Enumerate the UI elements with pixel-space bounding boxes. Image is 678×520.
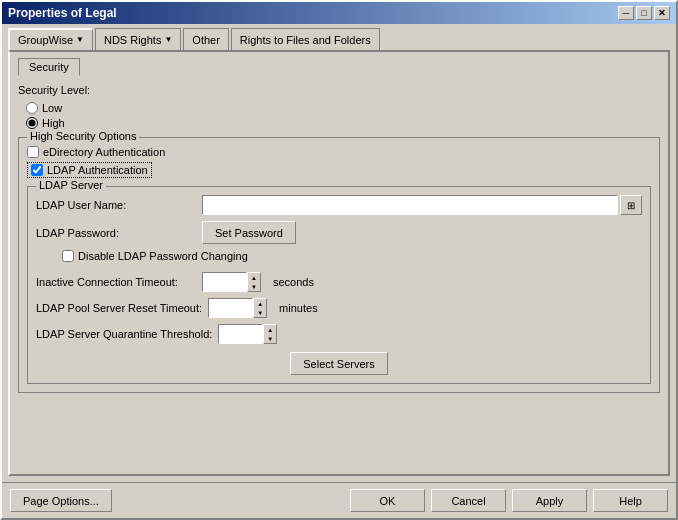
pool-server-unit: minutes [279, 302, 318, 314]
ldap-user-name-row: LDAP User Name: ⊞ [36, 195, 642, 215]
high-security-group: High Security Options eDirectory Authent… [18, 137, 660, 393]
title-bar: Properties of Legal ─ □ ✕ [2, 2, 676, 24]
quarantine-arrows: ▲ ▼ [263, 324, 277, 344]
tab-groupwise-label: GroupWise [18, 34, 73, 46]
quarantine-up[interactable]: ▲ [264, 325, 276, 334]
inactive-timeout-down[interactable]: ▼ [248, 282, 260, 291]
window-content: GroupWise ▼ NDS Rights ▼ Other Rights to… [2, 24, 676, 482]
tab-nds-rights-label: NDS Rights [104, 34, 161, 46]
ldap-server-group: LDAP Server LDAP User Name: ⊞ LDAP Passw… [27, 186, 651, 384]
pool-server-row: LDAP Pool Server Reset Timeout: 5 ▲ ▼ mi… [36, 298, 642, 318]
select-servers-button[interactable]: Select Servers [290, 352, 388, 375]
window-title: Properties of Legal [8, 6, 117, 20]
sub-tab-security-label: Security [29, 61, 69, 73]
inactive-timeout-input[interactable]: 30 [202, 272, 247, 292]
tab-bar: GroupWise ▼ NDS Rights ▼ Other Rights to… [8, 28, 670, 50]
edirectory-auth-label: eDirectory Authentication [43, 146, 165, 158]
maximize-button[interactable]: □ [636, 6, 652, 20]
ldap-auth-label: LDAP Authentication [47, 164, 148, 176]
ok-button[interactable]: OK [350, 489, 425, 512]
tab-other-label: Other [192, 34, 220, 46]
main-window: Properties of Legal ─ □ ✕ GroupWise ▼ ND… [0, 0, 678, 520]
radio-low-item: Low [26, 102, 660, 114]
sub-tab-area: Security [18, 58, 660, 76]
ldap-user-name-browse-button[interactable]: ⊞ [620, 195, 642, 215]
disable-ldap-label: Disable LDAP Password Changing [78, 250, 248, 262]
inactive-timeout-up[interactable]: ▲ [248, 273, 260, 282]
inactive-timeout-arrows: ▲ ▼ [247, 272, 261, 292]
quarantine-down[interactable]: ▼ [264, 334, 276, 343]
edirectory-auth-item: eDirectory Authentication [27, 146, 651, 158]
ldap-password-row: LDAP Password: Set Password [36, 221, 642, 244]
radio-low-label: Low [42, 102, 62, 114]
tab-rights-files[interactable]: Rights to Files and Folders [231, 28, 380, 50]
apply-button[interactable]: Apply [512, 489, 587, 512]
tab-groupwise-arrow: ▼ [76, 35, 84, 44]
ldap-password-label: LDAP Password: [36, 227, 196, 239]
tab-panel: Security Security Level: Low High High S… [8, 50, 670, 476]
bottom-buttons: OK Cancel Apply Help [350, 489, 668, 512]
disable-ldap-checkbox[interactable] [62, 250, 74, 262]
help-button[interactable]: Help [593, 489, 668, 512]
radio-high[interactable] [26, 117, 38, 129]
minimize-button[interactable]: ─ [618, 6, 634, 20]
tab-groupwise[interactable]: GroupWise ▼ [8, 28, 93, 50]
ldap-auth-checkbox[interactable] [31, 164, 43, 176]
quarantine-spinner: 2 ▲ ▼ [218, 324, 277, 344]
disable-ldap-item: Disable LDAP Password Changing [62, 250, 248, 262]
pool-server-label: LDAP Pool Server Reset Timeout: [36, 302, 202, 314]
tab-other[interactable]: Other [183, 28, 229, 50]
ldap-server-group-label: LDAP Server [36, 179, 106, 191]
close-button[interactable]: ✕ [654, 6, 670, 20]
cancel-button[interactable]: Cancel [431, 489, 506, 512]
ldap-auth-item: LDAP Authentication [27, 162, 152, 178]
inactive-timeout-row: Inactive Connection Timeout: 30 ▲ ▼ seco… [36, 272, 642, 292]
inactive-timeout-label: Inactive Connection Timeout: [36, 276, 196, 288]
ldap-user-name-field-group: ⊞ [202, 195, 642, 215]
inactive-timeout-spinner: 30 ▲ ▼ [202, 272, 261, 292]
pool-server-input[interactable]: 5 [208, 298, 253, 318]
radio-high-label: High [42, 117, 65, 129]
high-security-group-label: High Security Options [27, 130, 139, 142]
set-password-button[interactable]: Set Password [202, 221, 296, 244]
pool-server-arrows: ▲ ▼ [253, 298, 267, 318]
radio-group: Low High [26, 102, 660, 129]
tab-nds-rights-arrow: ▼ [164, 35, 172, 44]
security-level-label: Security Level: [18, 84, 660, 96]
radio-high-item: High [26, 117, 660, 129]
pool-server-down[interactable]: ▼ [254, 308, 266, 317]
pool-server-up[interactable]: ▲ [254, 299, 266, 308]
tab-nds-rights[interactable]: NDS Rights ▼ [95, 28, 181, 50]
radio-low[interactable] [26, 102, 38, 114]
ldap-user-name-label: LDAP User Name: [36, 199, 196, 211]
title-bar-buttons: ─ □ ✕ [618, 6, 670, 20]
pool-server-spinner: 5 ▲ ▼ [208, 298, 267, 318]
quarantine-label: LDAP Server Quarantine Threshold: [36, 328, 212, 340]
quarantine-row: LDAP Server Quarantine Threshold: 2 ▲ ▼ [36, 324, 642, 344]
select-servers-row: Select Servers [36, 352, 642, 375]
ldap-user-name-input[interactable] [202, 195, 618, 215]
inactive-timeout-unit: seconds [273, 276, 314, 288]
quarantine-input[interactable]: 2 [218, 324, 263, 344]
page-options-button[interactable]: Page Options... [10, 489, 112, 512]
bottom-bar: Page Options... OK Cancel Apply Help [2, 482, 676, 518]
sub-tab-security[interactable]: Security [18, 58, 80, 76]
tab-rights-files-label: Rights to Files and Folders [240, 34, 371, 46]
disable-ldap-row: Disable LDAP Password Changing [36, 250, 642, 266]
edirectory-auth-checkbox[interactable] [27, 146, 39, 158]
